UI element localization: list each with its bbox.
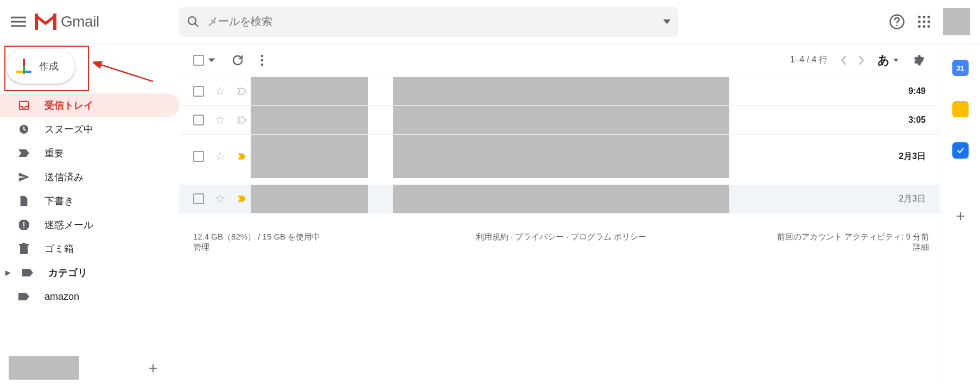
svg-marker-8 [663, 19, 671, 23]
message-time: 2月3日 [899, 151, 940, 162]
message-row[interactable]: ☆ 9:49 [179, 77, 940, 106]
main-pane: 1–4 / 4 行 あ ☆ [179, 43, 940, 384]
caret-right-icon: ▶ [5, 269, 10, 276]
get-addons-plus-icon[interactable]: ＋ [953, 205, 968, 226]
nav-item-sent[interactable]: 送信済み [0, 165, 179, 189]
toolbar-left [193, 54, 264, 67]
nav-item-drafts[interactable]: 下書き [0, 189, 179, 213]
spam-icon [17, 219, 30, 231]
brand-text: Gmail [61, 13, 99, 30]
message-row[interactable]: ☆ 2月3日 [179, 135, 940, 178]
calendar-addon-icon[interactable]: 31 [952, 60, 969, 76]
label-icon [21, 268, 34, 278]
subject-redacted [393, 185, 729, 213]
activity-details-link[interactable]: 詳細 [913, 242, 929, 251]
message-row[interactable]: ☆ 3:05 [179, 106, 940, 135]
select-dropdown-icon[interactable] [208, 57, 215, 64]
star-icon[interactable]: ☆ [215, 192, 226, 206]
svg-rect-4 [35, 14, 38, 30]
svg-point-16 [927, 20, 930, 23]
row-gap [368, 106, 393, 134]
row-checkbox[interactable] [193, 115, 204, 125]
more-menu-icon[interactable] [260, 54, 264, 67]
compose-plus-icon [16, 59, 31, 74]
message-time: 2月3日 [899, 193, 940, 205]
settings-gear-icon[interactable] [912, 53, 926, 67]
hamburger-icon[interactable] [11, 14, 26, 29]
input-tool-dropdown-icon[interactable] [893, 58, 899, 63]
nav-item-important[interactable]: 重要 [0, 141, 179, 165]
sidebar: 作成 受信トレイ スヌーズ中 重要 送信済み [0, 43, 179, 384]
input-tool-button[interactable]: あ [877, 52, 890, 68]
new-chat-plus-icon[interactable]: ＋ [145, 357, 170, 378]
footer-activity: 前回のアカウント アクティビティ: 9 分前 詳細 [684, 232, 929, 253]
inbox-icon [17, 99, 30, 111]
header-left: Gmail [0, 13, 179, 30]
nav-item-categories[interactable]: ▶ カテゴリ [0, 261, 179, 285]
page-next-icon[interactable] [858, 55, 864, 65]
support-icon[interactable] [889, 14, 905, 30]
svg-rect-23 [23, 222, 24, 226]
svg-marker-32 [893, 59, 899, 62]
compose-button[interactable]: 作成 [7, 49, 75, 84]
importance-marker-icon[interactable] [237, 87, 247, 95]
search-options-dropdown-icon[interactable] [663, 18, 671, 26]
importance-marker-icon[interactable] [237, 116, 247, 124]
toolbar-right: 1–4 / 4 行 あ [790, 52, 926, 68]
nav-label: 下書き [44, 194, 74, 207]
svg-rect-26 [19, 244, 29, 245]
row-checkbox[interactable] [193, 193, 204, 204]
compose-label: 作成 [39, 60, 59, 73]
star-icon[interactable]: ☆ [215, 149, 226, 163]
addons-panel: 31 ＋ [940, 43, 980, 384]
account-avatar[interactable] [943, 8, 970, 35]
star-icon[interactable]: ☆ [215, 84, 226, 98]
page-range-text: 1–4 / 4 行 [790, 54, 828, 66]
nav-list: 受信トレイ スヌーズ中 重要 送信済み 下書き 迷惑メール [0, 93, 179, 309]
svg-line-7 [195, 23, 198, 27]
svg-marker-28 [208, 58, 215, 62]
gmail-logo[interactable]: Gmail [35, 13, 99, 30]
page-prev-icon[interactable] [841, 55, 847, 65]
nav-item-spam[interactable]: 迷惑メール [0, 213, 179, 237]
nav-item-snoozed[interactable]: スヌーズ中 [0, 117, 179, 141]
keep-addon-icon[interactable] [952, 101, 969, 117]
star-icon[interactable]: ☆ [215, 113, 226, 127]
svg-point-19 [927, 25, 930, 28]
search-bar[interactable] [179, 7, 678, 37]
search-icon[interactable] [187, 15, 200, 28]
svg-rect-0 [11, 16, 26, 18]
search-input[interactable] [207, 15, 656, 28]
row-checkbox[interactable] [193, 151, 204, 162]
importance-marker-icon[interactable] [237, 195, 247, 203]
list-toolbar: 1–4 / 4 行 あ [179, 43, 940, 77]
nav-label: 迷惑メール [44, 218, 93, 231]
svg-point-18 [923, 25, 926, 28]
nav-label: amazon [44, 291, 79, 303]
nav-item-trash[interactable]: ゴミ箱 [0, 237, 179, 261]
nav-label: スヌーズ中 [44, 123, 93, 136]
message-row[interactable]: ☆ 2月3日 [179, 185, 940, 213]
svg-point-11 [918, 15, 921, 18]
list-gap [179, 178, 940, 185]
draft-icon [17, 195, 30, 207]
trash-icon [17, 243, 30, 255]
footer-storage: 12.4 GB（82%） / 15 GB を使用中 管理 [193, 232, 438, 253]
svg-rect-24 [23, 227, 24, 228]
svg-rect-2 [11, 25, 26, 27]
storage-manage-link[interactable]: 管理 [193, 242, 209, 251]
important-icon [17, 148, 30, 158]
select-all-checkbox[interactable] [193, 55, 204, 66]
refresh-icon[interactable] [231, 54, 244, 67]
importance-marker-icon[interactable] [237, 153, 247, 160]
nav-item-label-amazon[interactable]: amazon [0, 285, 179, 309]
hangouts-profile-block[interactable] [9, 356, 79, 380]
svg-point-29 [261, 54, 264, 57]
row-checkbox[interactable] [193, 86, 204, 97]
nav-label: ゴミ箱 [44, 242, 74, 255]
apps-grid-icon[interactable] [917, 15, 931, 29]
nav-item-inbox[interactable]: 受信トレイ [0, 93, 179, 117]
footer-legal-links[interactable]: 利用規約 · プライバシー · プログラム ポリシー [476, 232, 646, 241]
tasks-addon-icon[interactable] [952, 142, 969, 159]
sender-redacted [251, 135, 368, 178]
